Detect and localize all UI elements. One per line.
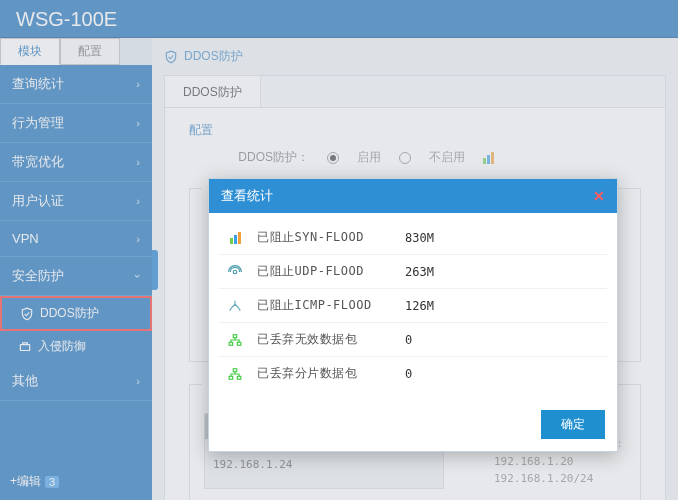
- bars-icon: [225, 232, 245, 244]
- ping-icon: [225, 299, 245, 313]
- svg-rect-3: [229, 342, 233, 345]
- svg-rect-6: [229, 376, 233, 379]
- stat-row-invalid: 已丢弃无效数据包 0: [219, 323, 607, 357]
- svg-rect-7: [237, 376, 241, 379]
- svg-rect-2: [233, 334, 237, 337]
- svg-point-1: [233, 270, 237, 274]
- svg-rect-4: [237, 342, 241, 345]
- stat-row-udp: 已阻止UDP-FLOOD 263M: [219, 255, 607, 289]
- close-icon[interactable]: ✕: [593, 188, 605, 204]
- stat-label: 已丢弃分片数据包: [245, 365, 405, 382]
- stat-row-syn: 已阻止SYN-FLOOD 830M: [219, 221, 607, 255]
- stat-value: 263M: [405, 265, 601, 279]
- stats-modal: 查看统计 ✕ 已阻止SYN-FLOOD 830M 已阻止UDP-FLOOD 26…: [208, 178, 618, 452]
- modal-title: 查看统计: [221, 187, 273, 205]
- stat-row-icmp: 已阻止ICMP-FLOOD 126M: [219, 289, 607, 323]
- network-icon: [225, 367, 245, 381]
- modal-footer: 确定: [209, 398, 617, 451]
- modal-body: 已阻止SYN-FLOOD 830M 已阻止UDP-FLOOD 263M 已阻止I…: [209, 213, 617, 398]
- stat-label: 已阻止ICMP-FLOOD: [245, 297, 405, 314]
- stat-value: 830M: [405, 231, 601, 245]
- svg-rect-5: [233, 368, 237, 371]
- network-icon: [225, 333, 245, 347]
- stat-value: 0: [405, 333, 601, 347]
- wave-icon: [225, 265, 245, 279]
- stat-label: 已阻止SYN-FLOOD: [245, 229, 405, 246]
- stat-value: 0: [405, 367, 601, 381]
- stat-label: 已丢弃无效数据包: [245, 331, 405, 348]
- stat-label: 已阻止UDP-FLOOD: [245, 263, 405, 280]
- modal-header[interactable]: 查看统计 ✕: [209, 179, 617, 213]
- stat-value: 126M: [405, 299, 601, 313]
- stat-row-frag: 已丢弃分片数据包 0: [219, 357, 607, 390]
- ok-button[interactable]: 确定: [541, 410, 605, 439]
